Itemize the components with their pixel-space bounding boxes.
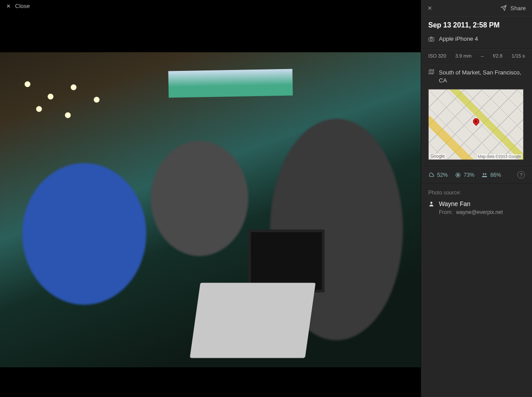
score-1-value: 52% (437, 172, 448, 178)
help-icon[interactable]: ? (517, 171, 525, 179)
map-attribution-text: Map data ©2013 Google (477, 154, 522, 159)
score-1: 52% (428, 172, 448, 178)
close-label: Close (15, 3, 30, 9)
score-3-value: 86% (490, 172, 501, 178)
svg-point-4 (483, 173, 485, 175)
share-label: Share (510, 5, 526, 12)
exif-shutter: 1/15 s (512, 53, 525, 58)
source-label: Photo source: (428, 190, 525, 196)
exif-aperture: f/2.8 (493, 53, 502, 58)
exif-bar: ISO 320 3.9 mm -- f/2.8 1/15 s (421, 49, 532, 63)
scores-bar: 52% 73% 86% ? (421, 167, 532, 183)
source-person-row: Wayne Fan (428, 200, 525, 207)
sidebar-close-icon[interactable]: ✕ (427, 5, 432, 12)
source-person-name: Wayne Fan (439, 200, 470, 207)
source-from-row: From: wayne@everpix.net (428, 209, 525, 215)
location-section: South of Market, San Francisco, CA Googl… (421, 63, 532, 167)
svg-point-1 (430, 38, 433, 40)
location-name: South of Market, San Francisco, CA (439, 69, 525, 85)
close-icon: ✕ (6, 4, 11, 9)
map-icon (428, 69, 434, 75)
photo-image (0, 52, 421, 367)
timestamp-section: Sep 13 2011, 2:58 PM Apple iPhone 4 (421, 16, 532, 49)
score-3: 86% (481, 172, 501, 178)
exif-focal-length: 3.9 mm (455, 53, 472, 58)
sidebar-top-bar: ✕ Share (421, 0, 532, 16)
share-button[interactable]: Share (501, 5, 526, 12)
svg-point-6 (430, 202, 433, 204)
person-icon (428, 201, 434, 207)
people-icon (481, 172, 488, 178)
location-map[interactable]: Google Map data ©2013 Google (428, 89, 524, 160)
target-icon (455, 172, 461, 178)
close-button[interactable]: ✕ Close (6, 3, 30, 9)
source-section: Photo source: Wayne Fan From: wayne@ever… (421, 183, 532, 222)
map-attribution-logo: Google (430, 154, 446, 159)
share-icon (501, 5, 507, 11)
svg-point-5 (485, 173, 487, 175)
svg-point-3 (457, 174, 459, 176)
photo-timestamp: Sep 13 2011, 2:58 PM (428, 21, 525, 29)
app-root: ✕ Close ✕ Share Sep (0, 0, 532, 397)
source-from-label: From: (439, 209, 453, 215)
exif-exposure-bias: -- (481, 53, 484, 58)
score-2: 73% (455, 172, 474, 178)
photo-pane: ✕ Close (0, 0, 421, 397)
source-from-value: wayne@everpix.net (456, 209, 503, 215)
cloud-icon (428, 172, 434, 178)
map-pin-icon (472, 117, 481, 126)
details-sidebar: ✕ Share Sep 13 2011, 2:58 PM Apple iPhon (421, 0, 532, 397)
camera-model: Apple iPhone 4 (439, 35, 478, 42)
camera-icon (428, 36, 434, 42)
score-2-value: 73% (464, 172, 474, 178)
location-row: South of Market, San Francisco, CA (428, 69, 525, 85)
camera-row: Apple iPhone 4 (428, 35, 525, 42)
exif-iso: ISO 320 (428, 53, 446, 58)
